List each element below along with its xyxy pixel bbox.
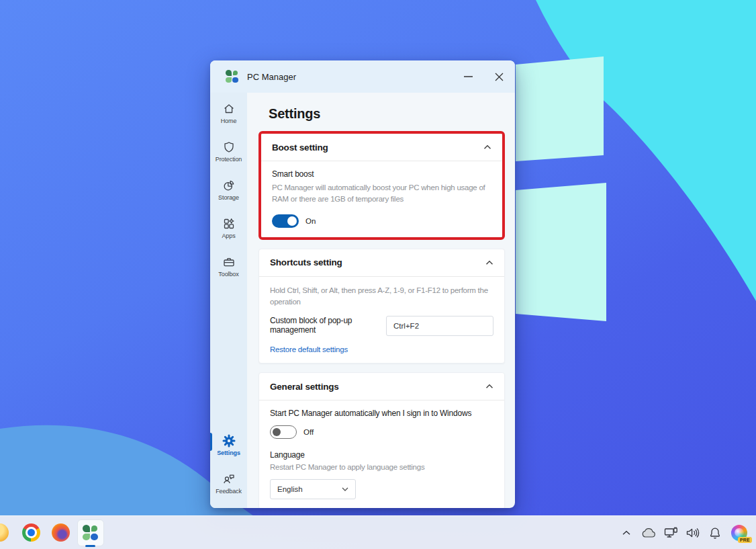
settings-page: Settings Boost setting Smart boost PC Ma…: [247, 93, 515, 508]
shortcut-input[interactable]: Ctrl+F2: [386, 316, 493, 336]
shortcuts-setting-card: Shortcuts setting Hold Ctrl, Shift, or A…: [258, 249, 505, 364]
sidebar-item-label: Protection: [216, 156, 242, 163]
feedback-icon: [222, 472, 236, 486]
sidebar-item-label: Settings: [217, 450, 240, 456]
smart-boost-label: Smart boost: [272, 169, 491, 179]
smart-boost-description: PC Manager will automatically boost your…: [272, 182, 491, 206]
chevron-down-icon: [342, 487, 348, 491]
sidebar-item-label: Storage: [218, 194, 239, 201]
language-dropdown[interactable]: English: [270, 479, 356, 499]
sidebar-item-feedback[interactable]: Feedback: [210, 472, 247, 495]
active-app-indicator: [85, 545, 95, 547]
notifications-bell-icon[interactable]: [707, 523, 723, 542]
language-hint: Restart PC Manager to apply language set…: [270, 462, 493, 473]
taskbar: PRE: [0, 515, 756, 549]
sidebar-item-settings[interactable]: Settings: [210, 434, 247, 457]
sidebar-item-label: Toolbox: [218, 271, 238, 278]
toggle-state-label: Off: [303, 428, 314, 436]
chevron-up-icon[interactable]: [483, 144, 491, 150]
restore-defaults-link[interactable]: Restore default settings: [270, 345, 493, 353]
taskbar-yellow-app-icon[interactable]: [0, 523, 9, 542]
firefox-icon[interactable]: [52, 523, 70, 542]
autostart-label: Start PC Manager automatically when I si…: [270, 409, 493, 418]
window-titlebar: PC Manager: [210, 60, 515, 93]
sidebar-item-apps[interactable]: Apps: [210, 217, 247, 240]
sidebar-item-storage[interactable]: Storage: [210, 179, 247, 202]
pie-chart-icon: [222, 179, 236, 192]
general-settings-header[interactable]: General settings: [259, 373, 504, 400]
copilot-pre-badge: PRE: [738, 537, 752, 543]
desktop: PC Manager Home: [0, 0, 756, 549]
apps-grid-icon: [222, 217, 236, 230]
home-icon: [222, 102, 236, 116]
sidebar-item-home[interactable]: Home: [210, 102, 247, 125]
pc-manager-window: PC Manager Home: [210, 60, 515, 508]
copilot-icon: PRE: [731, 525, 747, 541]
section-title: General settings: [270, 382, 339, 392]
section-title: Shortcuts setting: [270, 257, 342, 267]
sidebar-item-label: Feedback: [216, 488, 242, 495]
close-button[interactable]: [493, 71, 504, 82]
autostart-toggle[interactable]: [270, 425, 297, 439]
network-icon[interactable]: [663, 523, 679, 542]
boost-setting-header[interactable]: Boost setting: [261, 134, 502, 161]
language-label: Language: [270, 450, 493, 460]
custom-block-label: Custom block of pop-up management: [270, 316, 384, 335]
onedrive-cloud-icon[interactable]: [641, 523, 657, 542]
minimize-button[interactable]: [463, 71, 473, 82]
system-tray: PRE: [618, 516, 749, 549]
language-value: English: [277, 485, 303, 493]
volume-icon[interactable]: [685, 523, 701, 542]
toggle-state-label: On: [305, 217, 316, 225]
pc-manager-icon: [83, 525, 99, 541]
toolbox-icon: [222, 255, 236, 269]
sidebar-item-label: Home: [221, 118, 237, 124]
page-title: Settings: [269, 106, 505, 122]
chevron-up-icon[interactable]: [485, 384, 493, 389]
shortcuts-hint: Hold Ctrl, Shift, or Alt, then press A-Z…: [270, 285, 493, 308]
sidebar-item-label: Apps: [222, 233, 235, 239]
window-title: PC Manager: [247, 72, 296, 82]
shortcuts-setting-header[interactable]: Shortcuts setting: [259, 249, 504, 276]
pc-manager-logo-icon: [226, 70, 239, 83]
shield-icon: [222, 140, 236, 154]
sidebar-item-toolbox[interactable]: Toolbox: [210, 255, 247, 278]
sidebar: Home Protection Storage: [210, 93, 247, 508]
taskbar-pc-manager-button[interactable]: [77, 519, 104, 546]
general-settings-card: General settings Start PC Manager automa…: [258, 372, 505, 508]
gear-icon: [222, 434, 236, 448]
smart-boost-toggle[interactable]: [272, 214, 299, 228]
chevron-up-icon[interactable]: [485, 260, 493, 265]
copilot-button[interactable]: PRE: [729, 523, 749, 542]
sidebar-item-protection[interactable]: Protection: [210, 140, 247, 163]
chrome-icon[interactable]: [22, 523, 40, 542]
hidden-icons-chevron[interactable]: [618, 523, 634, 542]
section-title: Boost setting: [272, 142, 328, 153]
highlight-annotation: Boost setting Smart boost PC Manager wil…: [258, 131, 505, 240]
boost-setting-card: Boost setting Smart boost PC Manager wil…: [261, 134, 502, 237]
